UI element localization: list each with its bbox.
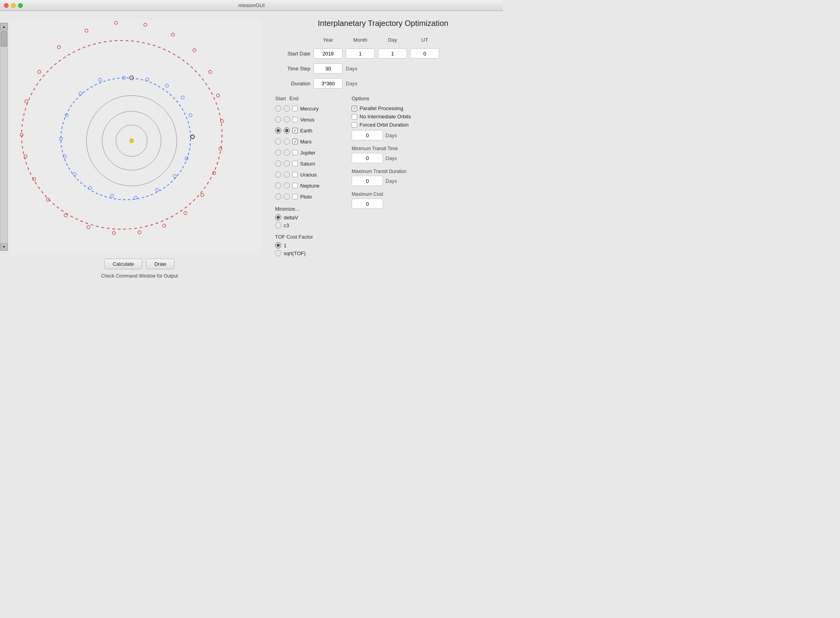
svg-point-31	[171, 33, 174, 36]
earth-start-radio[interactable]	[275, 127, 281, 134]
start-date-year[interactable]	[314, 48, 343, 59]
tof-sqrt-radio[interactable]	[275, 250, 281, 256]
mars-label: Mars	[300, 139, 312, 145]
maximize-button[interactable]	[18, 3, 23, 8]
planet-options-row: Start End Mercury Venus	[275, 96, 491, 258]
svg-point-11	[165, 84, 169, 87]
earth-checkbox[interactable]	[292, 128, 298, 133]
saturn-checkbox[interactable]	[292, 161, 298, 166]
tof-label: TOF Cost Factor	[275, 234, 342, 240]
orbit-canvas	[10, 19, 261, 255]
venus-end-radio[interactable]	[284, 116, 290, 123]
mercury-start-radio[interactable]	[275, 105, 281, 112]
start-col-label: Start	[275, 96, 286, 101]
max-cost-section: Maximum Cost	[352, 191, 411, 209]
time-step-input[interactable]	[314, 63, 343, 74]
forced-orbit-value-row: Days	[352, 130, 411, 140]
max-transit-duration-section: Maximum Transit Duration Days	[352, 169, 411, 186]
traffic-lights	[4, 3, 23, 8]
neptune-start-radio[interactable]	[275, 182, 281, 189]
planet-row-mercury: Mercury	[275, 103, 342, 114]
neptune-label: Neptune	[300, 183, 319, 189]
jupiter-start-radio[interactable]	[275, 149, 281, 156]
col-header-year: Year	[314, 37, 343, 43]
minimize-c3-radio[interactable]	[275, 222, 281, 228]
max-transit-unit: Days	[385, 178, 397, 184]
uranus-end-radio[interactable]	[284, 171, 290, 178]
mercury-end-radio[interactable]	[284, 105, 290, 112]
svg-point-4	[61, 78, 191, 200]
mars-checkbox[interactable]	[292, 139, 298, 144]
forced-orbit-unit: Days	[385, 132, 397, 138]
panel-title: Interplanetary Trajectory Optimization	[275, 19, 491, 28]
minimize-deltav-label: deltaV	[284, 215, 298, 221]
scrollbar[interactable]: ▲ ▼	[0, 23, 8, 251]
parallel-processing-checkbox[interactable]	[352, 106, 357, 111]
duration-row: Duration Days	[275, 78, 491, 88]
no-intermediate-orbits-row: No Intermediate Orbits	[352, 114, 411, 120]
uranus-checkbox[interactable]	[292, 172, 298, 177]
scrollbar-track	[0, 30, 7, 243]
jupiter-end-radio[interactable]	[284, 149, 290, 156]
planet-row-neptune: Neptune	[275, 180, 342, 191]
col-header-day: Day	[378, 37, 407, 43]
uranus-start-radio[interactable]	[275, 171, 281, 178]
start-date-day[interactable]	[378, 48, 407, 59]
max-transit-value-input[interactable]	[352, 176, 383, 186]
pluto-checkbox[interactable]	[292, 194, 298, 199]
svg-point-13	[189, 114, 192, 117]
svg-point-20	[89, 186, 92, 189]
mars-end-radio[interactable]	[284, 138, 290, 145]
svg-point-10	[146, 78, 149, 81]
forced-orbit-value-input[interactable]	[352, 130, 383, 140]
pluto-end-radio[interactable]	[284, 193, 290, 200]
orbit-svg	[10, 19, 261, 255]
scroll-thumb[interactable]	[1, 31, 7, 47]
svg-point-17	[156, 188, 159, 191]
mars-start-radio[interactable]	[275, 138, 281, 145]
venus-checkbox[interactable]	[292, 117, 298, 122]
saturn-end-radio[interactable]	[284, 160, 290, 167]
planet-row-earth: Earth	[275, 125, 342, 136]
no-intermediate-orbits-checkbox[interactable]	[352, 114, 357, 120]
scroll-up-arrow[interactable]: ▲	[0, 23, 7, 30]
saturn-start-radio[interactable]	[275, 160, 281, 167]
svg-point-33	[209, 70, 212, 74]
pluto-start-radio[interactable]	[275, 193, 281, 200]
venus-start-radio[interactable]	[275, 116, 281, 123]
earth-end-radio[interactable]	[284, 127, 290, 134]
window-title: missionGUI	[238, 2, 264, 8]
max-cost-value-input[interactable]	[352, 199, 383, 209]
jupiter-checkbox[interactable]	[292, 150, 298, 155]
forced-orbit-duration-checkbox[interactable]	[352, 122, 357, 128]
max-transit-duration-label: Maximum Transit Duration	[352, 169, 411, 174]
min-transit-value-input[interactable]	[352, 153, 383, 163]
planet-header-row: Start End	[275, 96, 342, 101]
svg-point-39	[184, 212, 187, 215]
svg-point-44	[64, 214, 67, 217]
col-header-month: Month	[346, 37, 375, 43]
minimize-deltav-radio[interactable]	[275, 214, 281, 221]
calculate-button[interactable]: Calculate	[105, 259, 142, 269]
svg-point-47	[24, 155, 27, 158]
planet-row-venus: Venus	[275, 114, 342, 125]
minimize-button[interactable]	[11, 3, 16, 8]
mercury-label: Mercury	[300, 106, 319, 112]
svg-point-30	[144, 23, 147, 26]
svg-point-42	[112, 232, 116, 235]
start-date-ut[interactable]	[410, 48, 439, 59]
scroll-down-arrow[interactable]: ▼	[0, 243, 7, 250]
close-button[interactable]	[4, 3, 9, 8]
svg-point-12	[181, 96, 184, 99]
neptune-checkbox[interactable]	[292, 183, 298, 188]
neptune-end-radio[interactable]	[284, 182, 290, 189]
draw-button[interactable]: Draw	[146, 259, 174, 269]
uranus-label: Uranus	[300, 172, 317, 178]
start-date-row: Start Date	[275, 48, 491, 59]
mercury-checkbox[interactable]	[292, 106, 298, 111]
saturn-label: Saturn	[300, 161, 315, 167]
duration-input[interactable]	[314, 78, 343, 88]
start-date-month[interactable]	[346, 48, 375, 59]
right-panel: Interplanetary Trajectory Optimization Y…	[267, 19, 499, 279]
tof-1-radio[interactable]	[275, 242, 281, 248]
